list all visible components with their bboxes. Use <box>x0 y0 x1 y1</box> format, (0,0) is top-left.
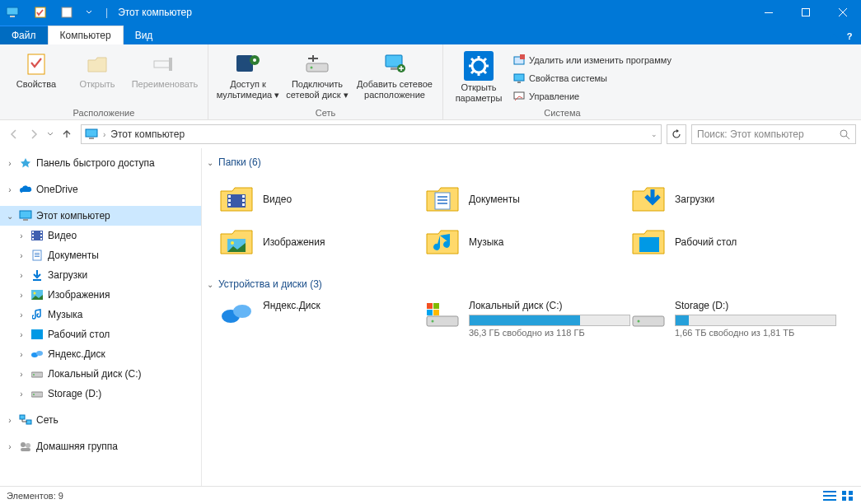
nav-local-c[interactable]: › Локальный диск (C:) <box>0 364 201 384</box>
nav-downloads[interactable]: › Загрузки <box>0 265 201 285</box>
ribbon-media-button[interactable]: Доступ к мультимедиа ▾ <box>215 48 281 100</box>
folder-videos[interactable]: Видео <box>218 178 424 221</box>
svg-point-66 <box>231 241 234 245</box>
nav-homegroup[interactable]: › Домашняя группа <box>0 436 201 456</box>
nav-yadisk[interactable]: › Яндекс.Диск <box>0 344 201 364</box>
ribbon-uninstall-button[interactable]: Удалить или изменить программу <box>509 51 675 69</box>
network-icon <box>18 413 33 427</box>
folder-downloads[interactable]: Загрузки <box>630 178 836 221</box>
chevron-down-icon[interactable]: ⌄ <box>207 158 213 167</box>
minimize-button[interactable] <box>750 0 787 25</box>
nav-videos[interactable]: › Видео <box>0 226 201 245</box>
qat-dropdown-icon[interactable] <box>84 3 94 21</box>
ribbon-properties-button[interactable]: Свойства <box>7 48 66 90</box>
drive-storage-d[interactable]: Storage (D:) 1,66 ТБ свободно из 1,81 ТБ <box>630 300 836 338</box>
svg-rect-59 <box>242 199 245 202</box>
tab-file[interactable]: Файл <box>0 26 48 44</box>
expand-icon[interactable]: › <box>5 159 15 168</box>
help-icon[interactable]: ? <box>843 30 856 43</box>
expand-icon[interactable]: › <box>16 231 26 240</box>
section-drives-header[interactable]: ⌄ Устройства и диски (3) <box>202 275 853 293</box>
nav-recent-button[interactable] <box>44 125 56 143</box>
chevron-down-icon[interactable]: ⌄ <box>651 130 657 138</box>
nav-music[interactable]: › Музыка <box>0 305 201 324</box>
view-details-icon[interactable] <box>823 490 836 502</box>
qat-properties-icon[interactable] <box>31 3 49 21</box>
svg-rect-21 <box>517 82 521 83</box>
nav-pictures[interactable]: › Изображения <box>0 285 201 305</box>
nav-back-button[interactable] <box>5 125 23 143</box>
ribbon-manage-button[interactable]: Управление <box>509 87 675 105</box>
nav-onedrive[interactable]: › OneDrive <box>0 180 201 199</box>
nav-quick-access[interactable]: › Панель быстрого доступа <box>0 153 201 173</box>
folder-documents[interactable]: Документы <box>424 178 630 221</box>
drive-yadisk[interactable]: Яндекс.Диск <box>218 300 424 338</box>
svg-rect-1 <box>10 16 15 17</box>
svg-rect-20 <box>514 74 524 81</box>
expand-icon[interactable]: › <box>16 271 26 280</box>
expand-icon[interactable]: › <box>16 310 26 320</box>
expand-icon[interactable]: › <box>16 251 26 260</box>
qat-newfolder-icon[interactable] <box>58 3 76 21</box>
status-item-count: Элементов: 9 <box>7 491 63 501</box>
expand-icon[interactable]: › <box>5 416 15 425</box>
media-icon <box>235 51 261 77</box>
svg-rect-74 <box>427 310 433 315</box>
expand-icon[interactable]: › <box>16 370 26 379</box>
nav-forward-button[interactable] <box>25 125 43 143</box>
svg-rect-7 <box>154 61 171 68</box>
ribbon-mapdrive-button[interactable]: Подключить сетевой диск ▾ <box>283 48 352 100</box>
svg-rect-5 <box>802 9 809 16</box>
expand-icon[interactable]: › <box>5 185 15 194</box>
expand-icon[interactable]: › <box>5 442 15 451</box>
ribbon-group-system: Система <box>450 106 675 118</box>
svg-rect-80 <box>823 499 836 501</box>
ribbon-addnetloc-button[interactable]: Добавить сетевое расположение <box>353 48 436 100</box>
pictures-folder-icon <box>218 226 255 259</box>
folder-desktop[interactable]: Рабочий стол <box>630 221 836 264</box>
folder-pictures[interactable]: Изображения <box>218 221 424 264</box>
close-button[interactable] <box>824 0 861 25</box>
collapse-icon[interactable]: ⌄ <box>5 212 15 221</box>
tab-view[interactable]: Вид <box>124 26 165 44</box>
ribbon-settings-button[interactable]: Открыть параметры <box>450 48 508 104</box>
svg-rect-73 <box>433 303 439 309</box>
breadcrumb[interactable]: Этот компьютер <box>110 128 185 140</box>
expand-icon[interactable]: › <box>16 390 26 399</box>
music-icon <box>30 307 44 322</box>
settings-icon <box>464 51 494 81</box>
section-folders-header[interactable]: ⌄ Папки (6) <box>202 153 853 171</box>
nav-this-pc[interactable]: ⌄ Этот компьютер <box>0 206 201 226</box>
nav-up-button[interactable] <box>58 125 76 143</box>
mapdrive-icon <box>304 51 330 77</box>
nav-desktop[interactable]: › Рабочий стол <box>0 324 201 344</box>
search-icon[interactable] <box>840 129 850 140</box>
tab-computer[interactable]: Компьютер <box>48 26 124 44</box>
svg-rect-55 <box>228 195 231 198</box>
expand-icon[interactable]: › <box>16 330 26 339</box>
drive-local-c[interactable]: Локальный диск (C:) 36,3 ГБ свободно из … <box>424 300 630 338</box>
ribbon-open-button: Открыть <box>68 48 127 90</box>
chevron-down-icon[interactable]: ⌄ <box>207 280 213 289</box>
svg-rect-60 <box>242 203 245 206</box>
chevron-right-icon[interactable]: › <box>103 130 105 139</box>
folder-music[interactable]: Музыка <box>424 221 630 264</box>
nav-network[interactable]: › Сеть <box>0 410 201 430</box>
nav-storage-d[interactable]: › Storage (D:) <box>0 384 201 404</box>
svg-point-77 <box>638 320 640 323</box>
refresh-button[interactable] <box>667 124 686 144</box>
onedrive-icon <box>18 182 33 197</box>
search-input[interactable] <box>697 128 840 140</box>
expand-icon[interactable]: › <box>16 350 26 359</box>
ribbon-sysprops-button[interactable]: Свойства системы <box>509 69 675 87</box>
maximize-button[interactable] <box>787 0 824 25</box>
address-bar[interactable]: › Этот компьютер ⌄ <box>81 124 662 144</box>
ribbon-rename-button: Переименовать <box>129 48 201 90</box>
expand-icon[interactable]: › <box>16 291 26 300</box>
svg-point-11 <box>253 58 256 62</box>
search-box[interactable] <box>691 124 856 144</box>
nav-documents[interactable]: › Документы <box>0 245 201 265</box>
view-large-icon[interactable] <box>841 490 854 502</box>
ribbon-collapse-icon[interactable] <box>830 32 838 40</box>
window-title: Этот компьютер <box>113 7 192 18</box>
